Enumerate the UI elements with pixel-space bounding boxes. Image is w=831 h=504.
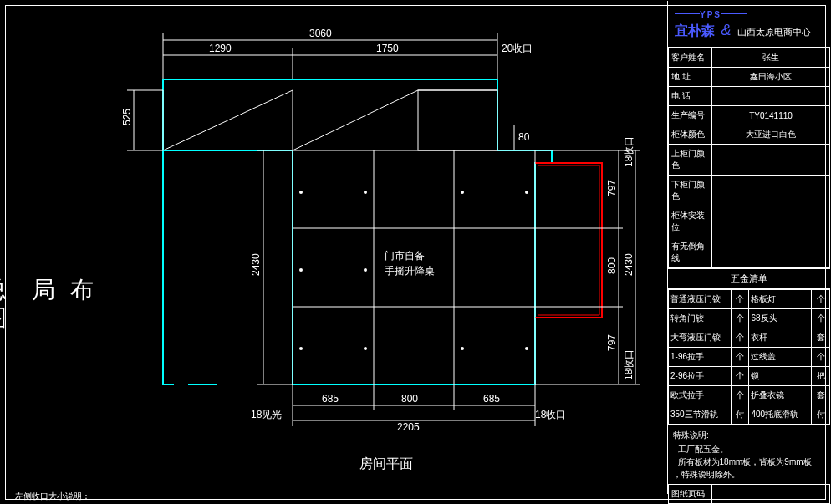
svg-text:2430: 2430 — [623, 253, 635, 276]
svg-text:18收口: 18收口 — [535, 409, 566, 420]
hw-item: 格板灯 — [749, 290, 812, 309]
svg-text:685: 685 — [322, 393, 339, 405]
hw-item: 普通液压门铰 — [669, 290, 732, 309]
svg-text:800: 800 — [606, 257, 618, 274]
svg-point-13 — [299, 191, 303, 194]
hw-item: 400托底滑轨 — [749, 405, 812, 425]
hw-item: 过线盖 — [749, 348, 812, 367]
svg-point-22 — [525, 347, 528, 350]
hw-item: 350三节滑轨 — [669, 405, 732, 425]
brand-yps: YPS — [700, 10, 721, 19]
hardware-title: 五金清单 — [668, 268, 830, 289]
svg-text:手摇升降桌: 手摇升降桌 — [385, 265, 435, 277]
drawing-canvas: 3060 1290 1750 20收口 525 80 2430 797 800 … — [0, 0, 660, 501]
hw-item: 欧式拉手 — [669, 386, 732, 405]
svg-text:2205: 2205 — [397, 421, 420, 433]
svg-text:800: 800 — [401, 393, 418, 405]
svg-text:门市自备: 门市自备 — [385, 250, 425, 262]
svg-text:685: 685 — [483, 393, 500, 405]
svg-line-7 — [163, 90, 293, 150]
svg-point-18 — [364, 347, 367, 350]
brand-amp: & — [721, 22, 731, 38]
hw-item: 大弯液压门铰 — [669, 328, 732, 348]
svg-line-8 — [293, 90, 418, 150]
svg-point-14 — [364, 191, 367, 194]
svg-text:18收口: 18收口 — [623, 136, 635, 167]
brand-main: 宜朴森 — [675, 23, 715, 40]
hardware-table: 普通液压门铰个格板灯个转角门铰个68反头个大弯液压门铰个衣杆套1-96拉手个过线… — [668, 289, 830, 425]
svg-text:20收口: 20收口 — [502, 43, 533, 54]
hw-item: 转角门铰 — [669, 309, 732, 328]
hw-item: 衣杆 — [749, 328, 812, 348]
bottom-note: 左侧收口大小说明： — [15, 491, 90, 502]
svg-text:1290: 1290 — [209, 43, 232, 54]
svg-point-20 — [525, 191, 528, 194]
svg-text:797: 797 — [606, 334, 618, 351]
svg-text:797: 797 — [606, 180, 618, 196]
hw-item: 1-96拉手 — [669, 348, 732, 367]
svg-text:18收口: 18收口 — [623, 349, 635, 380]
svg-text:2430: 2430 — [250, 253, 262, 276]
svg-text:525: 525 — [121, 109, 133, 125]
footer-table: 图纸页码 — [668, 484, 830, 504]
info-table: 客户姓名张生 地 址鑫田海小区 电 话 生产编号TY0141110 柜体颜色大亚… — [668, 48, 830, 268]
svg-text:80: 80 — [518, 131, 530, 143]
hw-item: 68反头 — [749, 309, 812, 328]
svg-point-21 — [461, 347, 464, 350]
svg-text:1750: 1750 — [376, 43, 399, 54]
svg-rect-12 — [418, 90, 497, 150]
special-note: 特殊说明: 工厂配五金。 所有板材为18mm板，背板为9mm板 ，特殊说明除外。 — [668, 425, 830, 484]
brand-header: YPS 宜朴森 & 山西太原电商中心 — [668, 1, 830, 48]
hw-item: 锁 — [749, 367, 812, 386]
svg-point-15 — [299, 268, 303, 272]
hw-item: 折叠衣镜 — [749, 386, 812, 405]
svg-point-19 — [461, 191, 464, 194]
svg-point-16 — [364, 268, 367, 272]
hw-item: 2-96拉手 — [669, 367, 732, 386]
brand-sub: 山西太原电商中心 — [737, 26, 811, 38]
svg-text:3060: 3060 — [309, 28, 332, 39]
svg-point-17 — [299, 347, 303, 350]
title-block: YPS 宜朴森 & 山西太原电商中心 客户姓名张生 地 址鑫田海小区 电 话 生… — [667, 1, 830, 494]
svg-text:18见光: 18见光 — [251, 409, 282, 420]
drawing-footer-label: 房间平面 — [359, 456, 413, 473]
